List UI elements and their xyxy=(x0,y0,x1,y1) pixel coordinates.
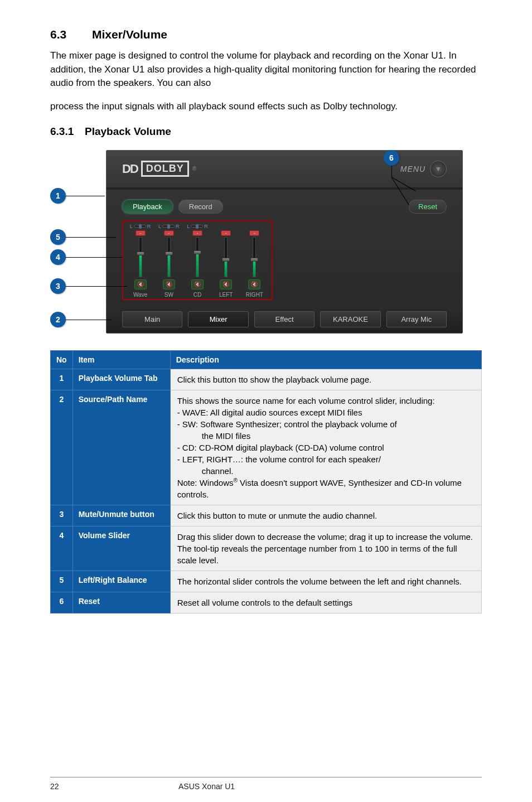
cell-item: Source/Path Name xyxy=(72,390,170,505)
th-item: Item xyxy=(72,350,170,369)
tabs-row: Playback Record Reset xyxy=(122,200,447,214)
volume-knob xyxy=(137,252,144,255)
channel-wave: L R - 🔇 Wave xyxy=(127,224,154,298)
th-no: No xyxy=(51,350,73,369)
volume-slider-wave[interactable] xyxy=(139,237,142,277)
volume-slider-right[interactable] xyxy=(253,237,256,277)
balance-cd[interactable]: L R xyxy=(187,224,208,229)
subsection-number: 6.3.1 xyxy=(50,125,85,138)
channel-label-sw: SW xyxy=(165,292,173,298)
mute-button-sw[interactable]: 🔇 xyxy=(163,279,175,289)
mute-button-cd[interactable]: 🔇 xyxy=(191,279,204,289)
volume-fill xyxy=(196,254,199,277)
speaker-mute-icon: 🔇 xyxy=(223,281,229,287)
balance-knob xyxy=(167,224,170,229)
menu-wrap: MENU ▼ xyxy=(400,161,447,177)
cell-desc: The horizontal slider controls the volum… xyxy=(170,571,481,592)
bottom-tab-main[interactable]: Main xyxy=(122,311,182,327)
bottom-tab-mixer[interactable]: Mixer xyxy=(188,311,248,327)
callout-1: 1 xyxy=(50,188,66,204)
channel-sw: L R - 🔇 SW xyxy=(155,224,182,298)
speaker-mute-icon: 🔇 xyxy=(194,281,201,287)
volume-slider-left[interactable] xyxy=(224,237,228,277)
volume-knob xyxy=(194,250,201,254)
volume-fill xyxy=(253,261,255,277)
callout-2-line xyxy=(66,320,112,320)
cell-no: 5 xyxy=(51,571,73,592)
menu-button[interactable]: ▼ xyxy=(430,161,447,177)
balance-L: L xyxy=(187,224,190,229)
channel-cd: L R - 🔇 CD xyxy=(183,224,211,298)
callout-1-line xyxy=(66,196,105,196)
volume-cap: - xyxy=(249,230,259,236)
callout-6: 6 xyxy=(384,150,399,166)
dolby-dd-glyph: DD xyxy=(122,162,138,176)
volume-fill xyxy=(139,255,142,277)
mute-button-left[interactable]: 🔇 xyxy=(220,279,232,289)
volume-fill xyxy=(168,255,170,277)
channel-label-wave: Wave xyxy=(133,292,147,298)
intro-paragraph-1: The mixer page is designed to control th… xyxy=(50,49,482,90)
balance-wave[interactable]: L R xyxy=(130,224,151,229)
table-row: 2 Source/Path Name This shows the source… xyxy=(51,390,482,505)
table-row: 4 Volume Slider Drag this slider down to… xyxy=(51,526,482,571)
speaker-mute-icon: 🔇 xyxy=(166,281,172,287)
bottom-tab-karaoke[interactable]: KARAOKE xyxy=(320,311,380,327)
balance-track xyxy=(162,225,175,228)
r2-l1: This shows the source name for each volu… xyxy=(177,396,435,405)
volume-slider-sw[interactable] xyxy=(167,237,171,277)
table-row: 5 Left/Right Balance The horizontal slid… xyxy=(51,571,482,592)
r2-l3b: the MIDI files xyxy=(177,430,475,442)
balance-L: L xyxy=(158,224,161,229)
table-header-row: No Item Description xyxy=(51,350,482,369)
bottom-tab-effect[interactable]: Effect xyxy=(254,311,315,327)
page-footer: 22 ASUS Xonar U1 xyxy=(50,777,482,791)
volume-cap: - xyxy=(221,230,231,236)
volume-knob xyxy=(165,252,173,255)
r2-l6a: Note: Windows xyxy=(177,478,234,487)
r2-l4: - CD: CD-ROM digital playback (CD-DA) vo… xyxy=(177,443,384,452)
menu-label: MENU xyxy=(400,165,425,173)
balance-knob xyxy=(139,224,142,229)
balance-sw[interactable]: L R xyxy=(158,224,180,229)
table-row: 6 Reset Reset all volume controls to the… xyxy=(51,592,482,613)
bottom-tab-arraymic[interactable]: Array Mic xyxy=(386,311,447,327)
volume-slider-cd[interactable] xyxy=(196,237,199,277)
cell-no: 2 xyxy=(51,390,73,505)
mute-button-wave[interactable]: 🔇 xyxy=(134,279,147,289)
section-heading: 6.3Mixer/Volume xyxy=(50,28,482,41)
tab-playback[interactable]: Playback xyxy=(122,200,173,214)
cell-desc: Click this button to mute or unmute the … xyxy=(170,505,481,526)
reset-button[interactable]: Reset xyxy=(409,200,447,214)
balance-R: R xyxy=(147,224,151,229)
chevron-down-icon: ▼ xyxy=(435,165,442,173)
tab-record[interactable]: Record xyxy=(178,200,223,214)
table-row: 3 Mute/Unmute button Click this button t… xyxy=(51,505,482,526)
page-number: 22 xyxy=(50,782,178,791)
panel-body: Playback Record Reset L R - xyxy=(107,190,462,306)
table-row: 1 Playback Volume Tab Click this button … xyxy=(51,369,482,390)
channel-right: LR - 🔇 RIGHT xyxy=(241,224,268,298)
volume-knob xyxy=(222,258,230,262)
callout-5: 5 xyxy=(50,229,66,245)
th-desc: Description xyxy=(170,350,481,369)
intro-paragraph-2: process the input signals with all playb… xyxy=(50,98,482,115)
balance-track xyxy=(191,225,203,228)
callout-2: 2 xyxy=(50,312,66,327)
mute-button-right[interactable]: 🔇 xyxy=(248,279,260,289)
callout-3: 3 xyxy=(50,278,66,294)
cell-item: Left/Right Balance xyxy=(72,571,170,592)
cell-desc: Drag this slider down to decrease the vo… xyxy=(170,526,481,571)
volume-fill xyxy=(225,261,227,277)
cell-desc: Reset all volume controls to the default… xyxy=(170,592,481,613)
channel-left: LR - 🔇 LEFT xyxy=(212,224,240,298)
r2-l5b: channel. xyxy=(177,465,475,477)
callout-3-line xyxy=(66,286,127,287)
cell-no: 4 xyxy=(51,526,73,571)
volume-cap: - xyxy=(136,230,146,236)
document-title: ASUS Xonar U1 xyxy=(178,782,482,791)
balance-knob xyxy=(196,224,199,229)
screenshot-figure: 1 5 4 3 2 6 DD DOLBY ® MENU ▼ Playback xyxy=(50,150,485,334)
cell-item: Playback Volume Tab xyxy=(72,369,170,390)
mixer-panel: DD DOLBY ® MENU ▼ Playback Record Reset xyxy=(106,150,463,334)
